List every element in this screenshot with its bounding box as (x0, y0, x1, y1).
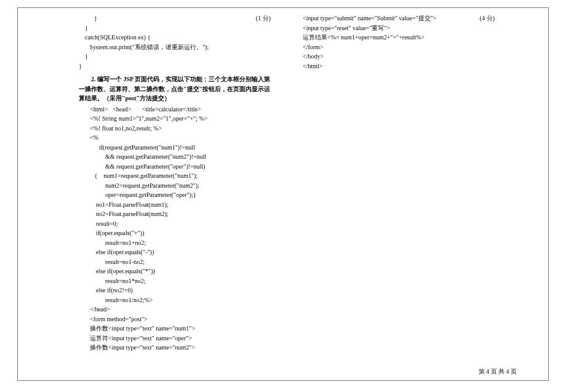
code-line: result=no1*no2; (90, 276, 276, 286)
code-line: result=no1/no2;%> (90, 295, 276, 305)
code-line: </form> (303, 42, 500, 52)
code-line: num2=request.getParameter("num2"); (90, 181, 276, 191)
code-line: 操作数<input type="text" name="num2"> (90, 343, 276, 353)
question-content: 2. 编写一个 JSP 页面代码，实现以下功能：三个文本框分别输入第一操作数、运… (79, 76, 270, 102)
code-line: else if(oper.equals("*")) (90, 266, 276, 276)
code-line: </html> (303, 62, 500, 71)
code-line: if(request.getParameter("num1")!=null (90, 143, 276, 153)
code-line: } (79, 52, 276, 62)
code-line: <html> <head> <title>calculator</title> (90, 105, 276, 114)
code-line: catch(SQLException ex) { (79, 33, 276, 42)
code-line: no2=Float.parseFloat(num2); (90, 209, 276, 219)
code-line: System.out.print("系统错误，请重新运行。"); (79, 42, 276, 52)
code-line: } (79, 62, 276, 71)
code-block-1: (1 分) } } catch(SQLException ex) { Syste… (79, 14, 276, 71)
code-line: <input type="reset" value="重写"> (303, 23, 500, 33)
code-line: result=0; (90, 219, 276, 229)
left-column: (1 分) } } catch(SQLException ex) { Syste… (79, 14, 276, 353)
code-block-3: (4 分) <input type="submit" name="Submit"… (303, 14, 500, 71)
content-columns: (1 分) } } catch(SQLException ex) { Syste… (25, 14, 541, 353)
code-line: result=no1+no2; (90, 238, 276, 248)
code-line: 运算结果<%= num1+oper+num2+"="+result%> (303, 33, 500, 42)
code-line: else if(no2!=0) (90, 286, 276, 295)
code-line: && request.getParameter("num2")!=null (90, 152, 276, 162)
code-line: <%! String num1="1",num2="1",oper="+"; %… (90, 114, 276, 124)
code-line: 运算符<input type="text" name="oper"> (90, 334, 276, 343)
code-line: <% (90, 133, 276, 143)
code-line: </body> (303, 52, 500, 62)
code-line: <form method="post"> (90, 314, 276, 324)
page-footer: 第 4 页 共 4 页 (479, 367, 517, 377)
right-column: (4 分) <input type="submit" name="Submit"… (303, 14, 500, 353)
code-line: no1=Float.parseFloat(num1); (90, 200, 276, 210)
question-text: 2. 编写一个 JSP 页面代码，实现以下功能：三个文本框分别输入第一操作数、运… (79, 74, 276, 103)
code-line: if(oper.equals("+")) (90, 228, 276, 238)
code-block-2: <html> <head> <title>calculator</title> … (79, 105, 276, 353)
score-1: (1 分) (256, 14, 271, 23)
code-line: <%! float no1,no2,result; %> (90, 124, 276, 134)
code-line: 操作数<input type="text" name="num1"> (90, 324, 276, 334)
code-line: && request.getParameter("oper")!=null) (90, 162, 276, 172)
code-line: else if(oper.equals("-")) (90, 247, 276, 257)
code-line: <input type="submit" name="Submit" value… (303, 14, 500, 23)
code-line: result=no1-no2; (90, 257, 276, 267)
code-line: oper=request.getParameter("oper");} (90, 190, 276, 200)
score-2: (4 分) (480, 14, 495, 23)
code-line: } (79, 23, 276, 33)
code-line: } (79, 14, 276, 23)
code-line: </head> (90, 305, 276, 314)
code-line: { num1=request.getParameter("num1"); (90, 171, 276, 181)
